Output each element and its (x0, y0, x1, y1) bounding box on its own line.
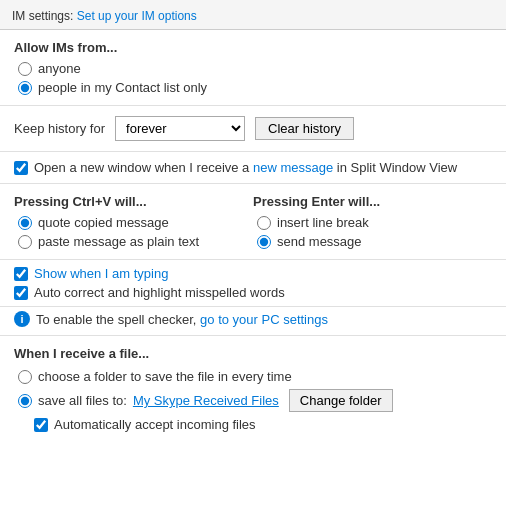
radio-contacts-only-label: people in my Contact list only (38, 80, 207, 95)
show-typing-row[interactable]: Show when I am typing (14, 266, 492, 281)
spell-checker-text-before: To enable the spell checker, (36, 312, 200, 327)
allow-ims-title: Allow IMs from... (14, 40, 492, 55)
auto-accept-row: Automatically accept incoming files (34, 417, 492, 432)
new-window-row: Open a new window when I receive a new m… (0, 152, 506, 184)
radio-contacts-only[interactable]: people in my Contact list only (18, 80, 492, 95)
ctrlv-radio-group: quote copied message paste message as pl… (18, 215, 253, 249)
header-text: IM settings: Set up your IM options (12, 9, 197, 23)
header-prefix: IM settings: (12, 9, 73, 23)
radio-send-message-label: send message (277, 234, 362, 249)
show-typing-label: Show when I am typing (34, 266, 168, 281)
auto-correct-checkbox[interactable] (14, 286, 28, 300)
ctrlv-title: Pressing Ctrl+V will... (14, 194, 253, 209)
history-row: Keep history for forever 1 week 1 month … (0, 106, 506, 152)
radio-anyone-label: anyone (38, 61, 81, 76)
radio-save-all-label-before: save all files to: (38, 393, 127, 408)
info-icon: i (14, 311, 30, 327)
new-window-label-start: Open a new window when I receive a (34, 160, 253, 175)
radio-anyone-input[interactable] (18, 62, 32, 76)
history-select[interactable]: forever 1 week 1 month 3 months (115, 116, 245, 141)
auto-correct-label: Auto correct and highlight misspelled wo… (34, 285, 285, 300)
radio-paste-plain-input[interactable] (18, 235, 32, 249)
radio-paste-plain-label: paste message as plain text (38, 234, 199, 249)
auto-correct-row[interactable]: Auto correct and highlight misspelled wo… (14, 285, 492, 300)
radio-insert-break-label: insert line break (277, 215, 369, 230)
radio-insert-break-input[interactable] (257, 216, 271, 230)
keyboard-section: Pressing Ctrl+V will... quote copied mes… (0, 184, 506, 260)
allow-ims-radio-group: anyone people in my Contact list only (18, 61, 492, 95)
radio-quote-copied-input[interactable] (18, 216, 32, 230)
allow-ims-section: Allow IMs from... anyone people in my Co… (0, 30, 506, 106)
auto-accept-label: Automatically accept incoming files (54, 417, 256, 432)
radio-insert-break[interactable]: insert line break (257, 215, 492, 230)
checkboxes-section: Show when I am typing Auto correct and h… (0, 260, 506, 307)
new-window-checkbox[interactable] (14, 161, 28, 175)
radio-save-all-input[interactable] (18, 394, 32, 408)
new-window-label-end: in Split Window View (333, 160, 457, 175)
enter-col: Pressing Enter will... insert line break… (253, 194, 492, 249)
header-link[interactable]: Set up your IM options (77, 9, 197, 23)
file-section-title: When I receive a file... (14, 346, 492, 361)
radio-anyone[interactable]: anyone (18, 61, 492, 76)
new-window-label-link: new message (253, 160, 333, 175)
header: IM settings: Set up your IM options (0, 0, 506, 30)
radio-paste-plain[interactable]: paste message as plain text (18, 234, 253, 249)
radio-choose-folder-input[interactable] (18, 370, 32, 384)
show-typing-checkbox[interactable] (14, 267, 28, 281)
spell-checker-row: i To enable the spell checker, go to you… (0, 307, 506, 336)
im-settings-page: IM settings: Set up your IM options Allo… (0, 0, 506, 521)
radio-quote-copied[interactable]: quote copied message (18, 215, 253, 230)
auto-accept-checkbox[interactable] (34, 418, 48, 432)
file-radio-group: choose a folder to save the file in ever… (18, 369, 492, 412)
spell-checker-text: To enable the spell checker, go to your … (36, 312, 328, 327)
clear-history-button[interactable]: Clear history (255, 117, 354, 140)
change-folder-button[interactable]: Change folder (289, 389, 393, 412)
new-window-label: Open a new window when I receive a new m… (34, 160, 457, 175)
ctrlv-col: Pressing Ctrl+V will... quote copied mes… (14, 194, 253, 249)
save-all-link[interactable]: My Skype Received Files (133, 393, 279, 408)
file-section: When I receive a file... choose a folder… (0, 336, 506, 442)
radio-save-all[interactable]: save all files to: My Skype Received Fil… (18, 393, 279, 408)
spell-checker-link[interactable]: go to your PC settings (200, 312, 328, 327)
radio-contacts-only-input[interactable] (18, 81, 32, 95)
radio-choose-folder-label: choose a folder to save the file in ever… (38, 369, 292, 384)
radio-send-message[interactable]: send message (257, 234, 492, 249)
radio-choose-folder[interactable]: choose a folder to save the file in ever… (18, 369, 492, 384)
radio-save-all-row: save all files to: My Skype Received Fil… (18, 389, 492, 412)
enter-radio-group: insert line break send message (257, 215, 492, 249)
history-label: Keep history for (14, 121, 105, 136)
enter-title: Pressing Enter will... (253, 194, 492, 209)
radio-send-message-input[interactable] (257, 235, 271, 249)
radio-quote-copied-label: quote copied message (38, 215, 169, 230)
